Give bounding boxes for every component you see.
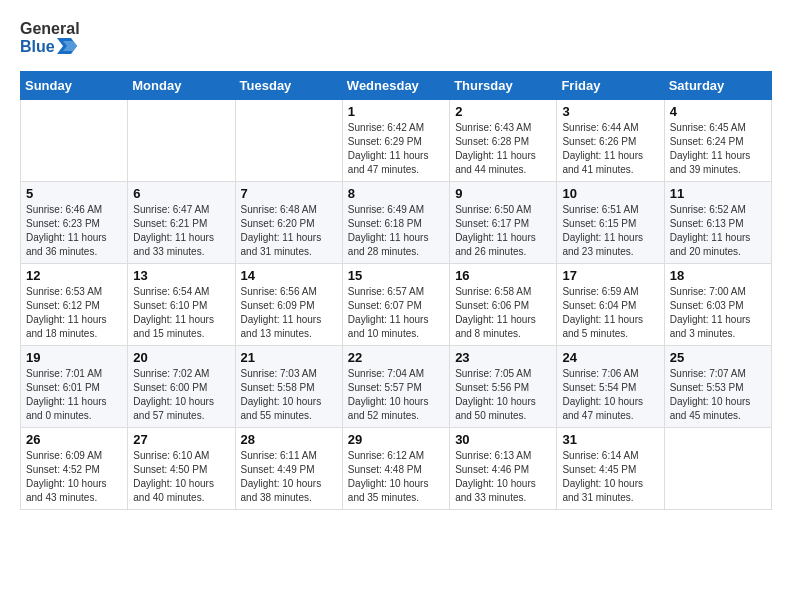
calendar-cell: 6Sunrise: 6:47 AM Sunset: 6:21 PM Daylig… bbox=[128, 182, 235, 264]
day-number: 16 bbox=[455, 268, 551, 283]
calendar-cell: 17Sunrise: 6:59 AM Sunset: 6:04 PM Dayli… bbox=[557, 264, 664, 346]
day-number: 29 bbox=[348, 432, 444, 447]
calendar-cell: 14Sunrise: 6:56 AM Sunset: 6:09 PM Dayli… bbox=[235, 264, 342, 346]
logo-general: General bbox=[20, 20, 80, 38]
day-number: 9 bbox=[455, 186, 551, 201]
day-number: 12 bbox=[26, 268, 122, 283]
calendar-table: SundayMondayTuesdayWednesdayThursdayFrid… bbox=[20, 71, 772, 510]
day-info: Sunrise: 6:42 AM Sunset: 6:29 PM Dayligh… bbox=[348, 121, 444, 177]
day-number: 19 bbox=[26, 350, 122, 365]
day-number: 8 bbox=[348, 186, 444, 201]
day-number: 25 bbox=[670, 350, 766, 365]
calendar-cell: 22Sunrise: 7:04 AM Sunset: 5:57 PM Dayli… bbox=[342, 346, 449, 428]
calendar-cell: 3Sunrise: 6:44 AM Sunset: 6:26 PM Daylig… bbox=[557, 100, 664, 182]
day-number: 4 bbox=[670, 104, 766, 119]
weekday-header: Wednesday bbox=[342, 72, 449, 100]
day-number: 7 bbox=[241, 186, 337, 201]
day-number: 13 bbox=[133, 268, 229, 283]
weekday-header: Sunday bbox=[21, 72, 128, 100]
day-info: Sunrise: 7:02 AM Sunset: 6:00 PM Dayligh… bbox=[133, 367, 229, 423]
calendar-cell: 18Sunrise: 7:00 AM Sunset: 6:03 PM Dayli… bbox=[664, 264, 771, 346]
day-info: Sunrise: 7:04 AM Sunset: 5:57 PM Dayligh… bbox=[348, 367, 444, 423]
day-number: 27 bbox=[133, 432, 229, 447]
day-info: Sunrise: 6:11 AM Sunset: 4:49 PM Dayligh… bbox=[241, 449, 337, 505]
day-info: Sunrise: 7:01 AM Sunset: 6:01 PM Dayligh… bbox=[26, 367, 122, 423]
day-info: Sunrise: 7:03 AM Sunset: 5:58 PM Dayligh… bbox=[241, 367, 337, 423]
calendar-cell: 13Sunrise: 6:54 AM Sunset: 6:10 PM Dayli… bbox=[128, 264, 235, 346]
calendar-cell: 21Sunrise: 7:03 AM Sunset: 5:58 PM Dayli… bbox=[235, 346, 342, 428]
weekday-header: Friday bbox=[557, 72, 664, 100]
day-info: Sunrise: 6:52 AM Sunset: 6:13 PM Dayligh… bbox=[670, 203, 766, 259]
day-number: 22 bbox=[348, 350, 444, 365]
calendar-cell: 5Sunrise: 6:46 AM Sunset: 6:23 PM Daylig… bbox=[21, 182, 128, 264]
calendar-cell: 11Sunrise: 6:52 AM Sunset: 6:13 PM Dayli… bbox=[664, 182, 771, 264]
calendar-cell: 30Sunrise: 6:13 AM Sunset: 4:46 PM Dayli… bbox=[450, 428, 557, 510]
calendar-cell bbox=[664, 428, 771, 510]
logo-text: General Blue bbox=[20, 20, 80, 55]
day-number: 20 bbox=[133, 350, 229, 365]
day-number: 30 bbox=[455, 432, 551, 447]
weekday-header: Thursday bbox=[450, 72, 557, 100]
calendar-cell: 8Sunrise: 6:49 AM Sunset: 6:18 PM Daylig… bbox=[342, 182, 449, 264]
calendar-week-row: 5Sunrise: 6:46 AM Sunset: 6:23 PM Daylig… bbox=[21, 182, 772, 264]
calendar-cell bbox=[235, 100, 342, 182]
calendar-cell: 15Sunrise: 6:57 AM Sunset: 6:07 PM Dayli… bbox=[342, 264, 449, 346]
day-number: 14 bbox=[241, 268, 337, 283]
calendar-cell: 26Sunrise: 6:09 AM Sunset: 4:52 PM Dayli… bbox=[21, 428, 128, 510]
calendar-cell: 9Sunrise: 6:50 AM Sunset: 6:17 PM Daylig… bbox=[450, 182, 557, 264]
day-number: 18 bbox=[670, 268, 766, 283]
day-info: Sunrise: 7:00 AM Sunset: 6:03 PM Dayligh… bbox=[670, 285, 766, 341]
calendar-cell: 12Sunrise: 6:53 AM Sunset: 6:12 PM Dayli… bbox=[21, 264, 128, 346]
weekday-header: Saturday bbox=[664, 72, 771, 100]
calendar-cell: 28Sunrise: 6:11 AM Sunset: 4:49 PM Dayli… bbox=[235, 428, 342, 510]
day-number: 11 bbox=[670, 186, 766, 201]
logo-arrow-icon bbox=[57, 38, 77, 54]
calendar-cell: 23Sunrise: 7:05 AM Sunset: 5:56 PM Dayli… bbox=[450, 346, 557, 428]
day-info: Sunrise: 6:46 AM Sunset: 6:23 PM Dayligh… bbox=[26, 203, 122, 259]
day-info: Sunrise: 6:14 AM Sunset: 4:45 PM Dayligh… bbox=[562, 449, 658, 505]
day-number: 26 bbox=[26, 432, 122, 447]
logo: General Blue bbox=[20, 20, 80, 55]
day-info: Sunrise: 6:53 AM Sunset: 6:12 PM Dayligh… bbox=[26, 285, 122, 341]
day-info: Sunrise: 7:07 AM Sunset: 5:53 PM Dayligh… bbox=[670, 367, 766, 423]
calendar-cell: 31Sunrise: 6:14 AM Sunset: 4:45 PM Dayli… bbox=[557, 428, 664, 510]
day-info: Sunrise: 6:58 AM Sunset: 6:06 PM Dayligh… bbox=[455, 285, 551, 341]
day-info: Sunrise: 6:50 AM Sunset: 6:17 PM Dayligh… bbox=[455, 203, 551, 259]
day-info: Sunrise: 6:12 AM Sunset: 4:48 PM Dayligh… bbox=[348, 449, 444, 505]
calendar-cell: 20Sunrise: 7:02 AM Sunset: 6:00 PM Dayli… bbox=[128, 346, 235, 428]
day-info: Sunrise: 6:10 AM Sunset: 4:50 PM Dayligh… bbox=[133, 449, 229, 505]
calendar-cell: 27Sunrise: 6:10 AM Sunset: 4:50 PM Dayli… bbox=[128, 428, 235, 510]
calendar-cell: 29Sunrise: 6:12 AM Sunset: 4:48 PM Dayli… bbox=[342, 428, 449, 510]
calendar-cell: 4Sunrise: 6:45 AM Sunset: 6:24 PM Daylig… bbox=[664, 100, 771, 182]
day-number: 17 bbox=[562, 268, 658, 283]
calendar-week-row: 26Sunrise: 6:09 AM Sunset: 4:52 PM Dayli… bbox=[21, 428, 772, 510]
day-info: Sunrise: 6:44 AM Sunset: 6:26 PM Dayligh… bbox=[562, 121, 658, 177]
day-number: 1 bbox=[348, 104, 444, 119]
day-info: Sunrise: 6:09 AM Sunset: 4:52 PM Dayligh… bbox=[26, 449, 122, 505]
day-number: 23 bbox=[455, 350, 551, 365]
weekday-header: Tuesday bbox=[235, 72, 342, 100]
day-number: 6 bbox=[133, 186, 229, 201]
calendar-cell: 2Sunrise: 6:43 AM Sunset: 6:28 PM Daylig… bbox=[450, 100, 557, 182]
day-number: 3 bbox=[562, 104, 658, 119]
day-number: 5 bbox=[26, 186, 122, 201]
day-number: 2 bbox=[455, 104, 551, 119]
calendar-cell: 19Sunrise: 7:01 AM Sunset: 6:01 PM Dayli… bbox=[21, 346, 128, 428]
day-info: Sunrise: 6:54 AM Sunset: 6:10 PM Dayligh… bbox=[133, 285, 229, 341]
day-info: Sunrise: 6:45 AM Sunset: 6:24 PM Dayligh… bbox=[670, 121, 766, 177]
day-info: Sunrise: 6:47 AM Sunset: 6:21 PM Dayligh… bbox=[133, 203, 229, 259]
calendar-cell: 24Sunrise: 7:06 AM Sunset: 5:54 PM Dayli… bbox=[557, 346, 664, 428]
day-info: Sunrise: 6:51 AM Sunset: 6:15 PM Dayligh… bbox=[562, 203, 658, 259]
day-number: 31 bbox=[562, 432, 658, 447]
calendar-cell: 1Sunrise: 6:42 AM Sunset: 6:29 PM Daylig… bbox=[342, 100, 449, 182]
day-number: 21 bbox=[241, 350, 337, 365]
day-info: Sunrise: 6:57 AM Sunset: 6:07 PM Dayligh… bbox=[348, 285, 444, 341]
calendar-cell: 25Sunrise: 7:07 AM Sunset: 5:53 PM Dayli… bbox=[664, 346, 771, 428]
calendar-week-row: 1Sunrise: 6:42 AM Sunset: 6:29 PM Daylig… bbox=[21, 100, 772, 182]
logo-blue: Blue bbox=[20, 38, 80, 56]
calendar-cell bbox=[21, 100, 128, 182]
day-info: Sunrise: 6:59 AM Sunset: 6:04 PM Dayligh… bbox=[562, 285, 658, 341]
day-info: Sunrise: 6:13 AM Sunset: 4:46 PM Dayligh… bbox=[455, 449, 551, 505]
day-number: 24 bbox=[562, 350, 658, 365]
day-number: 10 bbox=[562, 186, 658, 201]
